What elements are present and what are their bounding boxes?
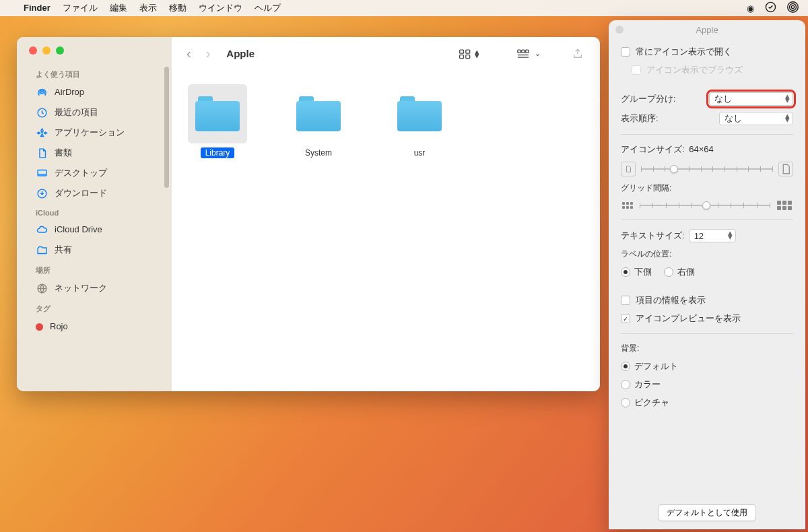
label-pos-bottom-radio[interactable]: 下側: [621, 266, 652, 278]
sort-by-select[interactable]: なし ▴▾: [719, 112, 793, 125]
show-icon-preview-checkbox[interactable]: ✓ アイコンプレビューを表示: [621, 312, 793, 325]
sidebar-item-downloads[interactable]: ダウンロード: [17, 183, 172, 203]
bg-color-radio[interactable]: カラー: [621, 378, 793, 391]
svg-rect-6: [38, 170, 46, 175]
wide-grid-icon: [776, 201, 793, 210]
text-size-label: テキストサイズ:: [621, 230, 685, 242]
sidebar-section-header: タグ: [17, 298, 172, 317]
close-button[interactable]: [29, 46, 37, 55]
zoom-button[interactable]: [56, 46, 64, 55]
checkbox-label: 項目の情報を表示: [636, 294, 706, 306]
group-mode-button[interactable]: ⌄: [513, 48, 545, 59]
grid-spacing-label: グリッド間隔:: [621, 182, 793, 194]
bg-default-radio[interactable]: デフォルト: [621, 360, 793, 372]
airdrop-icon[interactable]: [787, 1, 799, 15]
sidebar-item-documents[interactable]: 書類: [17, 143, 172, 163]
finder-main: ‹ › Apple ▴▾ ⌄ Library System: [172, 37, 600, 391]
download-icon: [36, 187, 48, 199]
show-item-info-checkbox[interactable]: 項目の情報を表示: [621, 294, 793, 306]
sidebar-item-shared[interactable]: 共有: [17, 240, 172, 260]
always-icon-checkbox[interactable]: 常にアイコン表示で開く: [621, 46, 793, 58]
folder-usr[interactable]: usr: [386, 84, 453, 158]
group-by-row: グループ分け: なし ▴▾: [621, 92, 793, 106]
svg-rect-14: [522, 50, 525, 53]
checkbox-icon: [632, 65, 641, 75]
sidebar-item-label: 共有: [55, 242, 72, 257]
menu-window[interactable]: ウインドウ: [193, 0, 248, 16]
finder-sidebar: よく使う項目 AirDrop 最近の項目 アプリケーション 書類 デスクトップ: [17, 37, 172, 391]
sidebar-item-label: ネットワーク: [55, 281, 107, 296]
desktop-icon: [36, 167, 48, 179]
sidebar-item-recents[interactable]: 最近の項目: [17, 102, 172, 123]
svg-rect-9: [460, 50, 464, 53]
document-icon: [36, 147, 48, 159]
bg-picture-radio[interactable]: ピクチャ: [621, 397, 793, 409]
checklist-icon[interactable]: [765, 1, 776, 15]
use-as-defaults-button[interactable]: デフォルトとして使用: [658, 504, 756, 521]
radio-label: カラー: [634, 378, 661, 391]
menu-finder[interactable]: Finder: [18, 0, 57, 16]
svg-rect-10: [466, 50, 470, 53]
cloud-icon: [36, 224, 48, 236]
folder-system[interactable]: System: [285, 84, 352, 158]
icon-size-slider[interactable]: [641, 164, 773, 174]
view-mode-button[interactable]: ▴▾: [454, 48, 483, 59]
checkbox-icon: [621, 296, 630, 305]
radio-icon: [621, 362, 630, 371]
radio-label: 下側: [634, 266, 652, 278]
sort-by-label: 表示順序:: [621, 112, 659, 125]
window-controls: [17, 46, 172, 64]
sidebar-item-network[interactable]: ネットワーク: [17, 278, 172, 298]
menu-edit[interactable]: 編集: [104, 0, 133, 16]
apps-icon: [36, 127, 48, 139]
sidebar-item-applications[interactable]: アプリケーション: [17, 123, 172, 143]
sidebar-item-airdrop[interactable]: AirDrop: [17, 82, 172, 102]
group-by-select[interactable]: なし ▴▾: [709, 92, 793, 106]
sidebar-item-label: Rojo: [50, 319, 68, 334]
browse-icon-checkbox: アイコン表示でブラウズ: [632, 64, 793, 76]
radio-icon: [621, 380, 630, 389]
clock-icon: [36, 106, 48, 119]
window-title: Apple: [222, 48, 255, 59]
svg-point-2: [790, 4, 797, 11]
divider: [621, 134, 793, 135]
divider: [621, 333, 793, 334]
chevron-updown-icon: ▴▾: [728, 231, 733, 239]
sidebar-item-label: iCloud Drive: [55, 222, 102, 237]
sidebar-item-label: ダウンロード: [55, 186, 107, 201]
tight-grid-icon: [621, 202, 634, 209]
forward-button[interactable]: ›: [203, 46, 213, 61]
airdrop-icon: [36, 86, 48, 98]
minimize-button[interactable]: [42, 46, 50, 55]
sidebar-item-tag-rojo[interactable]: Rojo: [17, 317, 172, 337]
background-label: 背景:: [621, 343, 793, 354]
menu-view[interactable]: 表示: [133, 0, 163, 16]
select-value: なし: [725, 112, 742, 125]
back-button[interactable]: ‹: [184, 46, 194, 61]
folder-library[interactable]: Library: [184, 84, 251, 158]
file-area[interactable]: Library System usr: [172, 71, 600, 391]
menu-file[interactable]: ファイル: [57, 0, 104, 16]
label-pos-right-radio[interactable]: 右側: [664, 266, 695, 278]
select-value: 12: [694, 231, 704, 241]
menu-help[interactable]: ヘルプ: [248, 0, 287, 16]
panel-title: Apple: [696, 25, 718, 35]
tag-dot-icon: [36, 323, 43, 331]
close-button[interactable]: [615, 26, 624, 34]
share-button[interactable]: [568, 48, 588, 60]
sidebar-item-desktop[interactable]: デスクトップ: [17, 163, 172, 183]
text-size-select[interactable]: 12 ▴▾: [689, 229, 736, 242]
svg-rect-13: [518, 50, 520, 53]
svg-point-4: [40, 91, 43, 94]
icon-size-value: 64×64: [689, 144, 714, 154]
grid-spacing-slider[interactable]: [640, 200, 770, 211]
folder-icon: [397, 96, 442, 131]
screen-record-icon[interactable]: ◉: [747, 3, 754, 13]
finder-toolbar: ‹ › Apple ▴▾ ⌄: [172, 37, 600, 71]
radio-icon: [621, 398, 630, 407]
sidebar-item-label: 書類: [55, 145, 72, 160]
menu-go[interactable]: 移動: [163, 0, 193, 16]
small-file-icon: [621, 162, 636, 176]
sidebar-section-header: 場所: [17, 260, 172, 278]
sidebar-item-icloud-drive[interactable]: iCloud Drive: [17, 220, 172, 240]
